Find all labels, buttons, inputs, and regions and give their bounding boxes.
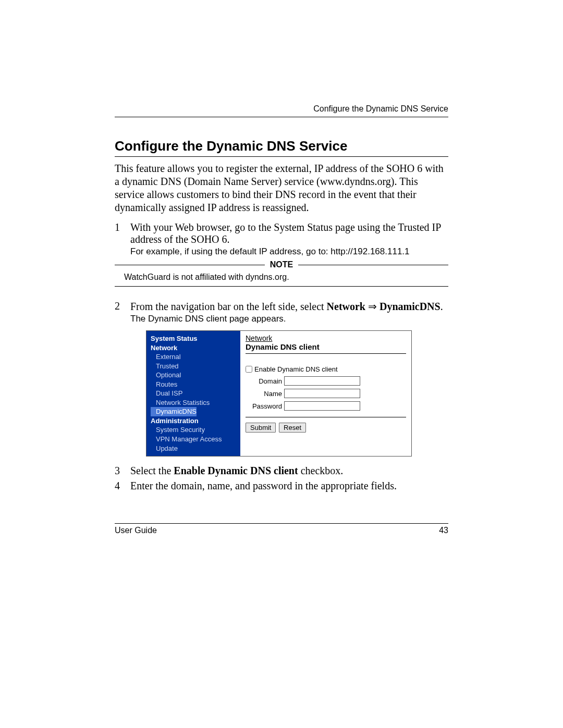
content-pane: Network Dynamic DNS client Enable Dynami… [240,331,411,456]
pane-rule-2 [246,417,406,417]
breadcrumb[interactable]: Network [246,334,406,342]
sidebar-item-external[interactable]: External [151,352,237,362]
embedded-screenshot: System Status Network External Trusted O… [146,330,448,456]
steps-list: 1 With your Web browser, go to the Syste… [115,221,448,257]
title-rule [115,156,448,157]
sidebar-item-update[interactable]: Update [151,444,237,453]
header-rule [115,117,448,117]
step-result: The Dynamic DNS client page appears. [130,314,448,324]
intro-paragraph: This feature allows you to register the … [115,162,448,214]
note-end-rule [115,286,448,287]
step-number: 1 [115,221,130,257]
step-3: 3 Select the Enable Dynamic DNS client c… [115,465,448,477]
step-4: 4 Enter the domain, name, and password i… [115,480,448,492]
running-head: Configure the Dynamic DNS Service [115,104,448,114]
step-text: Enter the domain, name, and password in … [130,480,397,491]
sidebar-item-network[interactable]: Network [151,343,237,353]
password-input[interactable] [284,401,360,411]
step-1: 1 With your Web browser, go to the Syste… [115,221,448,257]
section-title: Configure the Dynamic DNS Service [115,138,448,154]
reset-button[interactable]: Reset [279,423,306,433]
sidebar-item-dual-isp[interactable]: Dual ISP [151,389,237,398]
step-number: 2 [115,300,130,462]
name-input[interactable] [284,389,360,398]
sidebar-item-vpn-manager[interactable]: VPN Manager Access [151,435,237,444]
sidebar-item-routes[interactable]: Routes [151,380,237,389]
sidebar-item-network-statistics[interactable]: Network Statistics [151,398,237,408]
note-body: WatchGuard is not affiliated with dyndns… [124,273,448,282]
note-label: NOTE [265,260,298,269]
footer-page-number: 43 [439,526,448,535]
steps-list-2: 2 From the navigation bar on the left si… [115,300,448,492]
step-text: With your Web browser, go to the System … [130,221,441,245]
step-text: From the navigation bar on the left side… [130,301,327,312]
password-label: Password [246,402,284,410]
pane-rule [246,353,406,354]
sidebar-item-system-security[interactable]: System Security [151,425,237,435]
nav-sidebar: System Status Network External Trusted O… [146,331,240,456]
step-text-end: checkbox. [298,465,344,476]
footer-left: User Guide [115,526,157,535]
nav-path-2: DynamicDNS [380,301,440,312]
document-page: Configure the Dynamic DNS Service Config… [0,0,563,728]
page-footer: User Guide 43 [115,523,448,535]
step-2: 2 From the navigation bar on the left si… [115,300,448,462]
note-divider: NOTE [115,260,448,269]
submit-button[interactable]: Submit [246,423,276,433]
step-bold: Enable Dynamic DNS client [174,465,298,476]
pane-title: Dynamic DNS client [246,342,406,351]
enable-dns-checkbox[interactable] [246,366,252,373]
sidebar-item-optional[interactable]: Optional [151,371,237,380]
enable-row: Enable Dynamic DNS client [246,365,406,373]
arrow-icon: ⇒ [365,301,380,312]
step-text-end: . [440,301,443,312]
domain-label: Domain [246,377,284,385]
step-text: Select the [130,465,174,476]
step-number: 4 [115,480,130,492]
sidebar-item-system-status[interactable]: System Status [151,334,237,343]
step-code-note: For example, if using the default IP add… [130,246,448,257]
sidebar-item-administration[interactable]: Administration [151,416,237,426]
nav-path-1: Network [327,301,365,312]
enable-dns-label: Enable Dynamic DNS client [254,365,338,373]
name-label: Name [246,390,284,398]
sidebar-item-trusted[interactable]: Trusted [151,362,237,371]
domain-input[interactable] [284,376,360,386]
step-number: 3 [115,465,130,477]
sidebar-item-dynamicdns[interactable]: DynamicDNS [151,407,197,416]
